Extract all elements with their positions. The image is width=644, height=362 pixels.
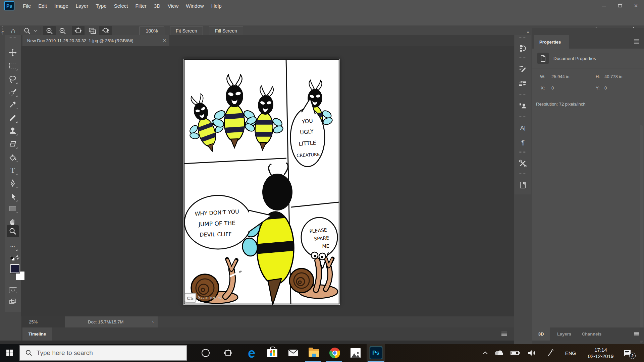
swap-colors-icon[interactable]	[15, 255, 20, 260]
file-explorer-button[interactable]	[305, 344, 323, 362]
zoom-in-toggle[interactable]	[43, 26, 56, 36]
task-view-button[interactable]	[219, 344, 237, 362]
zoom-tool[interactable]	[7, 226, 18, 237]
close-icon: ×	[634, 2, 638, 9]
zoom-tool-dropdown[interactable]	[34, 29, 37, 31]
restore-button[interactable]	[612, 0, 628, 12]
pen-tray-button[interactable]	[543, 344, 557, 362]
panel-brushes[interactable]	[518, 78, 528, 89]
height-value[interactable]: 40.778 in	[604, 74, 623, 79]
menu-view[interactable]: View	[164, 0, 182, 12]
tab-properties[interactable]: Properties	[534, 35, 569, 49]
zoom-tool-preset[interactable]	[22, 27, 32, 35]
eyedropper-tool[interactable]	[7, 99, 18, 110]
minimize-button[interactable]	[596, 0, 612, 12]
type-tool[interactable]: T	[7, 165, 18, 176]
tab-close-icon[interactable]: ×	[163, 38, 166, 44]
zoom-level-field[interactable]: 25%	[21, 316, 65, 327]
panel-tool-presets[interactable]	[518, 158, 528, 169]
cortana-button[interactable]	[196, 344, 215, 362]
clock-tray-button[interactable]: 17:14 02-12-2019	[585, 344, 616, 362]
tab-channels[interactable]: Channels	[578, 327, 606, 341]
photoshop-taskbar-button[interactable]: Ps	[367, 344, 385, 362]
paint-bucket-tool[interactable]	[7, 152, 18, 163]
menu-filter[interactable]: Filter	[132, 0, 150, 12]
panel-paragraph[interactable]: ¶	[518, 137, 528, 148]
status-chevron-icon[interactable]: ›	[152, 319, 154, 324]
lasso-icon	[9, 75, 17, 83]
menu-help[interactable]: Help	[208, 0, 225, 12]
dock-collapse-toggle[interactable]: «	[527, 29, 529, 35]
panel-clone-source[interactable]	[518, 101, 528, 111]
chrome-button[interactable]	[325, 344, 344, 362]
menu-window[interactable]: Window	[182, 0, 207, 12]
quick-mask-mode-button[interactable]	[9, 287, 17, 293]
store-button[interactable]	[263, 344, 282, 362]
chevron-up-icon	[483, 351, 488, 355]
panel-character[interactable]: A|	[518, 123, 528, 133]
canvas-document[interactable]: YOU UGLY LITTLE CREATURE WHY DON'T YOU J…	[183, 59, 340, 305]
document-tab[interactable]: New Doc 2019-11-25 20.30.32_1.jpg @ 25% …	[22, 35, 169, 46]
taskbar-search[interactable]	[19, 345, 187, 361]
scrubby-zoom-toggle[interactable]	[99, 26, 112, 36]
clone-stamp-tool[interactable]	[7, 125, 18, 136]
pen-tool[interactable]	[7, 178, 18, 189]
menu-file[interactable]: File	[19, 0, 35, 12]
search-input[interactable]	[37, 349, 171, 357]
start-button[interactable]	[0, 344, 19, 362]
layers-menu-icon[interactable]	[634, 332, 640, 337]
close-button[interactable]: ×	[628, 0, 644, 12]
move-tool[interactable]	[7, 47, 18, 58]
path-selection-tool[interactable]	[7, 191, 18, 202]
screen-mode-icon	[9, 298, 17, 306]
height-label: H:	[596, 74, 600, 79]
menu-edit[interactable]: Edit	[35, 0, 51, 12]
resize-windows-icon	[72, 26, 85, 36]
canvas-pasteboard[interactable]: YOU UGLY LITTLE CREATURE WHY DON'T YOU J…	[21, 46, 514, 316]
battery-tray-button[interactable]	[508, 344, 523, 362]
zoom-all-windows-toggle[interactable]	[87, 26, 98, 36]
menu-type[interactable]: Type	[92, 0, 110, 12]
edit-toolbar-button[interactable]: •••	[7, 241, 18, 251]
zoom-100-button[interactable]: 100%	[139, 26, 164, 36]
language-tray-button[interactable]: ENG	[559, 344, 582, 362]
tab-timeline[interactable]: Timeline	[22, 327, 52, 341]
timeline-menu-icon[interactable]	[501, 331, 507, 336]
onedrive-tray-button[interactable]	[492, 344, 506, 362]
y-value[interactable]: 0	[604, 85, 607, 90]
rectangle-tool[interactable]	[7, 203, 18, 214]
screen-mode-button[interactable]	[7, 296, 18, 307]
volume-tray-button[interactable]	[525, 344, 539, 362]
panel-menu-icon[interactable]	[634, 39, 640, 44]
panel-brush-settings[interactable]	[518, 64, 528, 74]
tab-3d[interactable]: 3D	[532, 327, 550, 341]
width-value[interactable]: 25.944 in	[551, 74, 570, 79]
document-sizes-field[interactable]: Doc: 15.7M/15.7M ›	[65, 316, 158, 327]
menu-3d[interactable]: 3D	[150, 0, 164, 12]
tab-layers[interactable]: Layers	[552, 327, 576, 341]
menu-image[interactable]: Image	[51, 0, 72, 12]
photos-button[interactable]	[346, 344, 365, 362]
menu-layer[interactable]: Layer	[72, 0, 92, 12]
edge-button[interactable]: e	[242, 344, 261, 362]
fit-screen-button[interactable]: Fit Screen	[170, 26, 203, 36]
quick-selection-tool[interactable]	[7, 87, 18, 98]
home-button[interactable]: ⌂	[9, 27, 17, 35]
default-colors-icon[interactable]	[10, 256, 13, 259]
panel-libraries[interactable]	[518, 180, 528, 190]
panel-scrollbar[interactable]	[640, 125, 643, 343]
brush-tool[interactable]	[7, 113, 18, 123]
zoom-out-toggle[interactable]	[57, 26, 68, 36]
x-value[interactable]: 0	[551, 85, 554, 90]
lasso-tool[interactable]	[7, 74, 18, 84]
tray-expand-button[interactable]	[480, 344, 491, 362]
fill-screen-button[interactable]: Fill Screen	[209, 26, 243, 36]
panel-history[interactable]	[518, 43, 528, 54]
toolbar-expand-toggle[interactable]: »	[1, 29, 9, 34]
mail-button[interactable]	[284, 344, 303, 362]
rectangular-marquee-tool[interactable]	[7, 60, 18, 71]
resize-windows-to-fit-toggle[interactable]	[72, 26, 85, 36]
menu-select[interactable]: Select	[110, 0, 132, 12]
foreground-color-swatch[interactable]	[10, 264, 19, 273]
eraser-tool[interactable]	[7, 138, 18, 149]
